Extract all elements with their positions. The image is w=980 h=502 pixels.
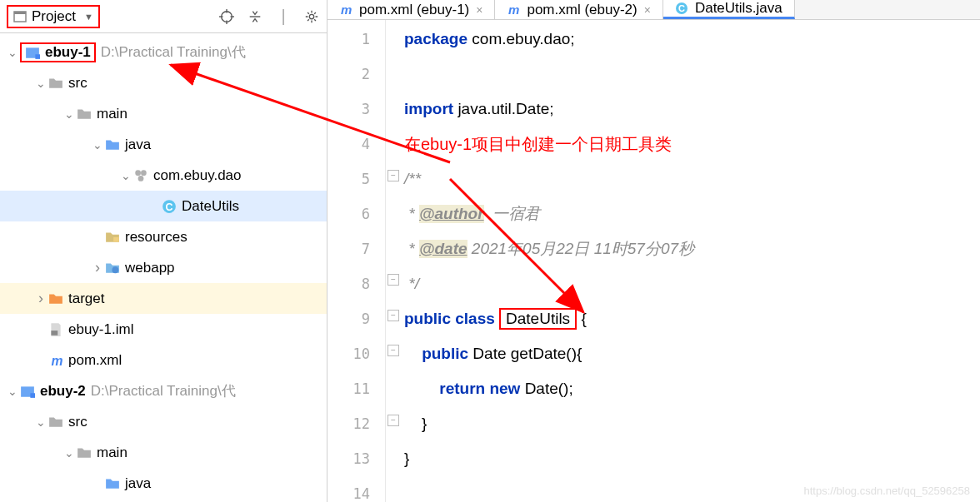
svg-rect-18 (51, 331, 58, 335)
target-icon[interactable] (218, 8, 235, 25)
fold-icon[interactable]: − (388, 170, 399, 181)
comment: */ (404, 275, 419, 293)
chevron-down-icon: ▼ (84, 12, 93, 22)
expand-icon[interactable] (90, 138, 105, 152)
comment: 2021年05月22日 11时57分07秒 (468, 238, 695, 260)
tab-label: pom.xml (ebuy-2) (527, 2, 637, 18)
line-number: 10 (328, 336, 385, 371)
line-number: 13 (328, 441, 385, 476)
class-name-highlighted: DateUtils (499, 308, 577, 330)
comment: 一宿君 (484, 203, 541, 225)
node-label: com.ebuy.dao (153, 167, 242, 184)
tab-pom-ebuy1[interactable]: m pom.xml (ebuy-1) × (328, 0, 495, 19)
class-icon: C (675, 2, 688, 15)
fold-icon[interactable]: − (388, 310, 399, 321)
tab-label: DateUtils.java (695, 0, 782, 17)
tree-node-webapp[interactable]: webapp (0, 252, 327, 283)
line-number: 9 (328, 301, 385, 336)
doc-tag: @date (419, 240, 468, 258)
project-box-icon (13, 10, 27, 23)
svg-rect-10 (35, 54, 40, 59)
expand-icon[interactable] (62, 107, 77, 121)
source-folder-icon (105, 137, 120, 152)
keyword: package (404, 30, 468, 48)
editor-area: m pom.xml (ebuy-1) × m pom.xml (ebuy-2) … (328, 0, 980, 502)
node-label: DateUtils (182, 198, 239, 215)
line-number: 14 (328, 476, 385, 502)
folder-icon (48, 76, 63, 91)
keyword: public class (404, 310, 499, 328)
expand-icon[interactable] (118, 169, 133, 182)
tree-node-ebuy-2[interactable]: ebuy-2 D:\Practical Training\代 (0, 375, 327, 406)
code-text: java.util.Date; (453, 100, 553, 118)
svg-text:m: m (508, 3, 519, 17)
tree-node-dateutils[interactable]: C DateUtils (0, 191, 327, 221)
watermark: https://blog.csdn.net/qq_52596258 (804, 485, 971, 497)
line-number: 8 (328, 266, 385, 301)
expand-icon[interactable] (5, 46, 20, 59)
tree-node-resources[interactable]: resources (0, 221, 327, 252)
code-text: } (404, 415, 427, 433)
expand-icon[interactable] (33, 290, 48, 307)
tree-node-java[interactable]: java (0, 129, 327, 160)
tree-node-src2[interactable]: src (0, 406, 327, 437)
expand-icon[interactable] (33, 415, 48, 429)
fold-icon[interactable]: − (388, 274, 399, 286)
tree-node-main2[interactable]: main (0, 437, 327, 468)
close-icon[interactable]: × (476, 3, 482, 17)
editor-tabs: m pom.xml (ebuy-1) × m pom.xml (ebuy-2) … (328, 0, 980, 20)
module-icon (20, 384, 35, 399)
tree-node-iml[interactable]: ebuy-1.iml (0, 314, 327, 345)
expand-icon[interactable] (33, 77, 48, 90)
tab-pom-ebuy2[interactable]: m pom.xml (ebuy-2) × (495, 0, 662, 19)
node-label: ebuy-2 (40, 383, 86, 400)
project-label-text: Project (32, 8, 76, 25)
svg-text:m: m (341, 3, 352, 17)
divider: | (275, 8, 292, 25)
project-sidebar: Project ▼ | ebuy-1 D:\Practical Training… (0, 0, 328, 502)
fold-column: − − − − − (386, 20, 404, 502)
tree-node-java2[interactable]: java (0, 468, 327, 499)
node-path: D:\Practical Training\代 (91, 381, 236, 400)
line-number: 12 (328, 406, 385, 441)
keyword: import (404, 100, 453, 118)
svg-point-11 (135, 170, 141, 176)
fold-icon[interactable]: − (388, 345, 399, 356)
node-label: ebuy-1 (45, 44, 91, 61)
expand-icon[interactable] (62, 446, 77, 460)
expand-icon[interactable] (5, 385, 20, 398)
source-folder-icon (105, 476, 120, 491)
keyword: public (422, 345, 468, 363)
tree-node-target[interactable]: target (0, 283, 327, 314)
close-icon[interactable]: × (644, 3, 651, 17)
node-label: main (97, 445, 128, 461)
class-icon: C (162, 199, 177, 214)
tab-dateutils[interactable]: C DateUtils.java (663, 0, 795, 19)
code-area[interactable]: package com.ebuy.dao; import java.util.D… (404, 20, 980, 502)
code-text: com.ebuy.dao; (468, 30, 575, 48)
tree-node-main[interactable]: main (0, 98, 327, 129)
svg-point-17 (112, 266, 118, 273)
tree-node-ebuy-1[interactable]: ebuy-1 D:\Practical Training\代 (0, 37, 327, 67)
code-text: Date getDate(){ (468, 345, 582, 363)
fold-icon[interactable]: − (388, 415, 399, 426)
node-label: pom.xml (68, 352, 122, 369)
header-toolbar: | (218, 8, 320, 25)
web-folder-icon (105, 261, 120, 276)
code-text: { (577, 310, 587, 328)
line-number: 2 (328, 57, 385, 92)
svg-rect-16 (113, 237, 119, 242)
gear-icon[interactable] (303, 8, 320, 25)
tree-node-src[interactable]: src (0, 67, 327, 98)
tree-node-pom[interactable]: m pom.xml (0, 345, 327, 375)
line-number: 5 (328, 162, 385, 196)
collapse-icon[interactable] (247, 8, 263, 25)
project-title[interactable]: Project ▼ (7, 5, 100, 28)
svg-point-8 (309, 14, 313, 18)
folder-icon (77, 107, 92, 122)
tab-label: pom.xml (ebuy-1) (359, 2, 469, 18)
expand-icon[interactable] (90, 259, 105, 276)
tree-node-package[interactable]: com.ebuy.dao (0, 160, 327, 191)
code-text: Date(); (520, 380, 572, 398)
folder-icon (48, 415, 63, 430)
